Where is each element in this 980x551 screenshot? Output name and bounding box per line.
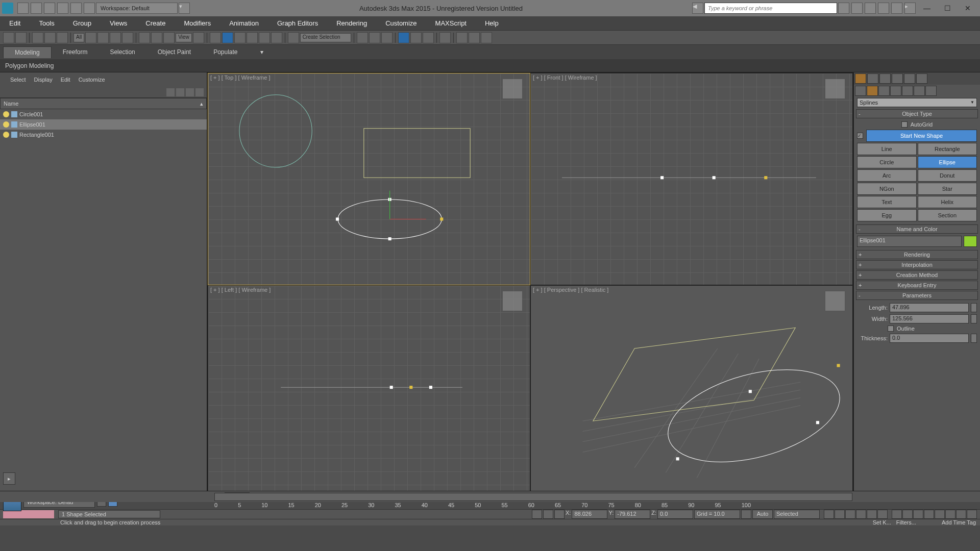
display-tab-icon[interactable] [904,73,915,84]
zoom-extents-icon[interactable] [924,510,934,519]
info-center-right-icon[interactable]: ▸ [904,3,916,14]
bind-tool-icon[interactable] [57,32,68,43]
pan2-icon[interactable] [945,510,955,519]
minimize-button[interactable]: — [917,3,937,14]
length-spinner[interactable] [971,303,977,312]
menu-maxscript[interactable]: MAXScript [431,17,471,29]
prev-frame-icon[interactable] [835,510,845,519]
app-logo-icon[interactable] [2,3,13,14]
ribbon-tab-freeform[interactable]: Freeform [52,46,99,58]
shape-button-arc[interactable]: Arc [857,169,917,182]
ribbon-dropdown-icon[interactable]: ▾ [249,46,275,58]
visibility-icon[interactable] [3,132,9,138]
viewport-label[interactable]: [ + ] [ Left ] [ Wireframe ] [210,287,271,293]
shapes-cat-icon[interactable] [867,86,878,96]
subcategory-dropdown[interactable]: Splines [857,98,977,107]
shape-button-egg[interactable]: Egg [857,209,917,221]
favorite-button[interactable] [878,3,889,14]
rendered-frame-icon[interactable] [469,32,480,43]
menu-animation[interactable]: Animation [225,17,263,29]
material-editor-icon[interactable] [439,32,451,43]
maximize-viewport-icon[interactable] [967,510,977,519]
spinner-snap-icon[interactable] [271,32,282,43]
reference-coord-dropdown[interactable]: View [176,33,192,42]
z-coord-input[interactable]: 0.0 [657,510,693,519]
scene-menu-customize[interactable]: Customize [79,77,105,83]
redo-tool-icon[interactable] [15,32,27,43]
layers-icon[interactable] [381,32,393,43]
maximize-button[interactable]: ☐ [937,3,958,14]
utilities-tab-icon[interactable] [916,73,927,84]
selection-lock-icon[interactable] [554,510,565,519]
workspace-dropdown[interactable]: Workspace: Default [96,3,178,14]
add-time-tag-button[interactable]: Add Time Tag [942,519,976,525]
systems-cat-icon[interactable] [925,86,937,96]
visibility-icon[interactable] [3,111,9,117]
key-filters-button[interactable]: Filters... [896,519,916,525]
mirror-icon[interactable] [357,32,368,43]
pan-view-icon[interactable] [892,510,902,519]
thickness-spinner[interactable] [971,334,977,343]
parameters-rollout-header[interactable]: -Parameters [856,291,978,300]
viewport-label[interactable]: [ + ] [ Front ] [ Wireframe ] [533,74,597,81]
shape-button-helix[interactable]: Helix [918,196,977,208]
spacewarps-cat-icon[interactable] [914,86,925,96]
render-setup-icon[interactable] [456,32,468,43]
shape-button-text[interactable]: Text [857,196,917,208]
scene-menu-edit[interactable]: Edit [61,77,70,83]
creation-method-rollout-header[interactable]: +Creation Method [856,270,978,280]
menu-help[interactable]: Help [481,17,503,29]
width-input[interactable]: 125.566 [890,314,969,323]
menu-create[interactable]: Create [141,17,169,29]
viewport-top[interactable]: [ + ] [ Top ] [ Wireframe ] [208,73,530,285]
zoom-icon[interactable] [902,510,913,519]
list-item[interactable]: Circle001 [0,109,207,119]
snap-3d-icon[interactable] [234,32,246,43]
play-icon[interactable] [845,510,855,519]
shape-button-donut[interactable]: Donut [918,169,977,182]
redo-button[interactable] [70,3,82,14]
menu-modifiers[interactable]: Modifiers [180,17,215,29]
auto-key-button[interactable]: Auto [752,510,773,519]
window-crossing-icon[interactable] [122,32,133,43]
sort-arrow-icon[interactable]: ▴ [200,101,203,107]
expand-panel-button[interactable]: ▸ [3,472,15,485]
hierarchy-tab-icon[interactable] [879,73,891,84]
object-type-rollout-header[interactable]: -Object Type [856,109,978,118]
menu-tools[interactable]: Tools [35,17,58,29]
name-color-rollout-header[interactable]: -Name and Color [856,224,978,234]
info-center-left-icon[interactable]: ◀ [692,3,703,14]
list-item[interactable]: Rectangle001 [0,130,207,140]
align-icon[interactable] [369,32,380,43]
edit-named-sel-icon[interactable] [288,32,299,43]
help-button[interactable] [891,3,902,14]
new-file-button[interactable] [17,3,29,14]
viewcube-icon[interactable] [825,79,845,99]
length-input[interactable]: 47.896 [890,303,969,312]
save-file-button[interactable] [44,3,55,14]
move-tool-icon[interactable] [139,32,150,43]
rotate-tool-icon[interactable] [151,32,162,43]
pivot-center-icon[interactable] [193,32,204,43]
interpolation-rollout-header[interactable]: +Interpolation [856,260,978,269]
unlink-tool-icon[interactable] [44,32,56,43]
schematic-view-icon[interactable] [423,32,434,43]
zoom-all-icon[interactable] [913,510,923,519]
select-by-name-icon[interactable] [97,32,109,43]
key-filter-dropdown[interactable]: Selected [774,510,820,519]
key-mode-icon[interactable] [877,510,888,519]
time-slider[interactable] [214,493,852,501]
select-region-icon[interactable] [110,32,121,43]
viewport-front[interactable]: [ + ] [ Front ] [ Wireframe ] [531,73,852,285]
angle-snap-icon[interactable] [247,32,258,43]
outline-checkbox[interactable] [888,325,894,332]
scene-menu-select[interactable]: Select [10,77,26,83]
shape-button-ellipse[interactable]: Ellipse [918,156,977,168]
timeline[interactable]: 0 / 100 [0,491,980,502]
scene-lock-icon[interactable] [176,88,184,96]
lock-selection-icon[interactable] [532,510,542,519]
viewcube-icon[interactable] [825,291,845,311]
create-tab-icon[interactable] [855,73,866,84]
cameras-cat-icon[interactable] [890,86,901,96]
undo-tool-icon[interactable] [3,32,14,43]
